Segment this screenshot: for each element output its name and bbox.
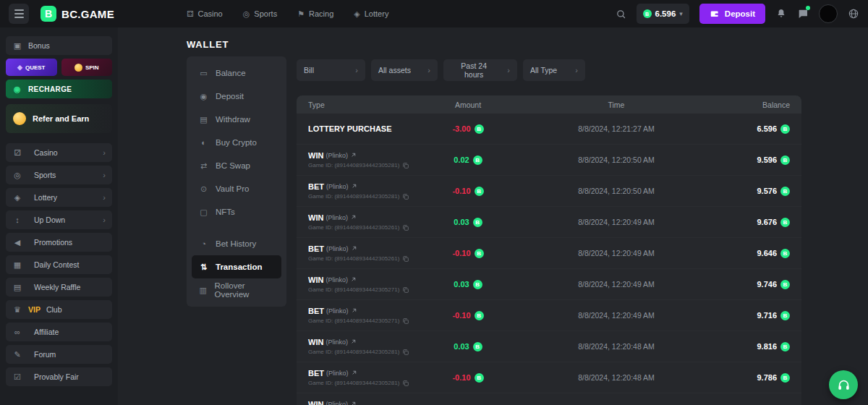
chevron-right-icon: ›	[355, 66, 358, 74]
filter-dropdown[interactable]: Bill ›	[297, 59, 365, 81]
bc-coin-icon: B	[780, 249, 790, 258]
game-id: Game ID: (8914408934442305281)	[308, 162, 399, 169]
wallet-nav-item[interactable]: ▤ Withdraw	[192, 108, 281, 131]
amount-value: 0.02	[454, 155, 469, 164]
chat-button[interactable]	[797, 8, 809, 20]
table-row[interactable]: BET (Plinko) Game ID: (89144089344423052…	[297, 238, 801, 269]
sidebar-item-label: Affiliate	[34, 328, 59, 336]
sidebar-menu-item[interactable]: ∞ Affiliate	[6, 323, 112, 341]
type-cell: BET (Plinko) Game ID: (89144089344423052…	[308, 307, 414, 325]
sidebar-item-label: Daily Contest	[34, 260, 79, 269]
table-row[interactable]: BET (Plinko) Game ID: (89144089344423052…	[297, 176, 801, 207]
wallet-nav-item[interactable]: ◔ Bet History	[192, 232, 281, 255]
table-row[interactable]: WIN (Plinko) Game ID: (89144089344423052…	[297, 145, 801, 176]
language-button[interactable]	[848, 8, 859, 20]
bell-icon	[775, 8, 787, 20]
top-nav-item[interactable]: ⚑ Racing	[297, 9, 333, 19]
sidebar-menu-item[interactable]: ⚂ Casino ›	[6, 143, 112, 162]
wallet-nav-item[interactable]: ⇅ Transaction	[192, 255, 281, 278]
wallet-nav-item[interactable]: ▢ NFTs	[192, 200, 281, 223]
amount-cell: -0.10 B	[414, 187, 522, 196]
bc-logo-icon: B	[41, 6, 56, 22]
copy-icon[interactable]	[402, 162, 409, 169]
top-nav-item[interactable]: ⚃ Casino	[187, 9, 223, 19]
wallet-nav-item[interactable]: ▥ Rollover Overview	[192, 278, 281, 302]
balance-cell: 9.676 B	[710, 218, 790, 227]
transaction-type: BET	[308, 244, 324, 253]
top-nav-item[interactable]: ◈ Lottery	[354, 9, 388, 19]
topbar: B BC.GAME ⚃ Casino ◎ Sports ⚑ Racing ◈ L…	[0, 0, 868, 27]
sidebar-menu-item[interactable]: ▦ Daily Contest	[6, 255, 112, 274]
deposit-button[interactable]: Deposit	[699, 4, 765, 24]
sidebar-item-icon: ♛	[12, 305, 22, 315]
bc-coin-icon: B	[473, 155, 482, 165]
copy-icon[interactable]	[402, 380, 409, 387]
wallet-nav-item[interactable]: ⇄ BC Swap	[192, 154, 281, 177]
sidebar-menu-item[interactable]: ♛ VIP Club	[6, 300, 112, 319]
wallet-nav-icon: ◉	[198, 92, 209, 101]
balance-cell: 6.596 B	[710, 124, 790, 134]
sidebar-menu-item[interactable]: ◈ Lottery ›	[6, 188, 112, 207]
copy-icon[interactable]	[402, 255, 409, 263]
wallet-nav-item[interactable]: ◐ Buy Crypto	[192, 131, 281, 154]
logo[interactable]: B BC.GAME	[41, 6, 114, 22]
support-button[interactable]	[829, 370, 858, 399]
sidebar-item-refer-and-earn[interactable]: Refer and Earn	[6, 104, 112, 133]
game-id: Game ID: (8914408934442305261)	[308, 255, 399, 262]
spin-badge[interactable]: SPIN	[61, 59, 113, 76]
balance-selector[interactable]: B 6.596 ▾	[637, 4, 689, 24]
wallet-nav-label: Deposit	[216, 92, 244, 101]
search-button[interactable]	[616, 9, 626, 20]
wallet-nav-item[interactable]: ▭ Balance	[192, 61, 281, 85]
copy-icon[interactable]	[402, 317, 409, 325]
chevron-right-icon: ›	[427, 66, 430, 74]
sidebar-menu-item[interactable]: ✎ Forum	[6, 345, 112, 364]
wallet-nav-label: Balance	[216, 69, 246, 77]
top-nav-icon: ◈	[354, 9, 359, 19]
quest-badge[interactable]: ◆ QUEST	[6, 59, 57, 76]
copy-icon[interactable]	[402, 349, 409, 356]
table-row[interactable]: WIN (Plinko) Game ID: (89144089344423052…	[297, 393, 801, 405]
chevron-down-icon: ▾	[679, 10, 683, 17]
sidebar-menu-item[interactable]: ◎ Sports ›	[6, 166, 112, 184]
filter-label: All assets	[378, 66, 411, 74]
game-name: (Plinko)	[326, 370, 349, 377]
table-row[interactable]: LOTTERY PURCHASE -3.00	[297, 114, 801, 145]
table-row[interactable]: WIN (Plinko) Game ID: (89144089344423052…	[297, 331, 801, 362]
avatar[interactable]	[819, 4, 838, 23]
menu-button[interactable]	[9, 4, 29, 24]
wallet-nav-item[interactable]: ◉ Deposit	[192, 85, 281, 108]
sidebar-menu-item[interactable]: ◀ Promotions	[6, 233, 112, 252]
table-row[interactable]: BET (Plinko) Game ID: (89144089344423052…	[297, 362, 801, 393]
bc-coin-icon: B	[780, 187, 790, 196]
filter-dropdown[interactable]: All assets ›	[371, 59, 438, 81]
table-row[interactable]: WIN (Plinko) Game ID: (89144089344423052…	[297, 269, 801, 300]
sidebar-item-recharge[interactable]: ◉ RECHARGE	[6, 80, 112, 98]
sidebar-item-label: Bonus	[28, 41, 50, 50]
balance-cell: 9.816 B	[710, 342, 790, 351]
main-content: WALLET ▭ Balance ◉ Deposit ▤ Withdraw ◐ …	[118, 27, 868, 405]
bc-coin-icon: B	[473, 342, 482, 351]
table-row[interactable]: BET (Plinko) Game ID: (89144089344423052…	[297, 300, 801, 331]
amount-value: 0.03	[454, 280, 469, 289]
wallet-nav-icon: ▭	[198, 69, 209, 78]
sidebar-menu-item[interactable]: ↕ Up Down ›	[6, 210, 112, 229]
filter-dropdown[interactable]: All Type ›	[523, 59, 585, 81]
sidebar-item-label: Promotions	[34, 238, 72, 247]
sidebar-menu-item[interactable]: ▤ Weekly Raffle	[6, 278, 112, 297]
top-nav-item[interactable]: ◎ Sports	[243, 9, 277, 19]
amount-value: 0.03	[454, 218, 469, 226]
copy-icon[interactable]	[402, 224, 409, 231]
table-row[interactable]: WIN (Plinko) Game ID: (89144089344423052…	[297, 207, 801, 238]
filter-dropdown[interactable]: Past 24 hours ›	[443, 59, 517, 81]
sidebar-menu-item[interactable]: ☑ Provably Fair	[6, 367, 112, 386]
copy-icon[interactable]	[402, 193, 409, 200]
external-link-icon	[351, 307, 357, 314]
logo-text: BC.GAME	[61, 8, 114, 20]
wallet-nav-item[interactable]: ⊙ Vault Pro	[192, 177, 281, 200]
game-name: (Plinko)	[326, 307, 349, 315]
balance-value: 9.786	[757, 373, 777, 382]
notifications-button[interactable]	[775, 8, 787, 20]
sidebar-item-bonus[interactable]: ▣ Bonus	[6, 36, 112, 55]
copy-icon[interactable]	[402, 286, 409, 294]
